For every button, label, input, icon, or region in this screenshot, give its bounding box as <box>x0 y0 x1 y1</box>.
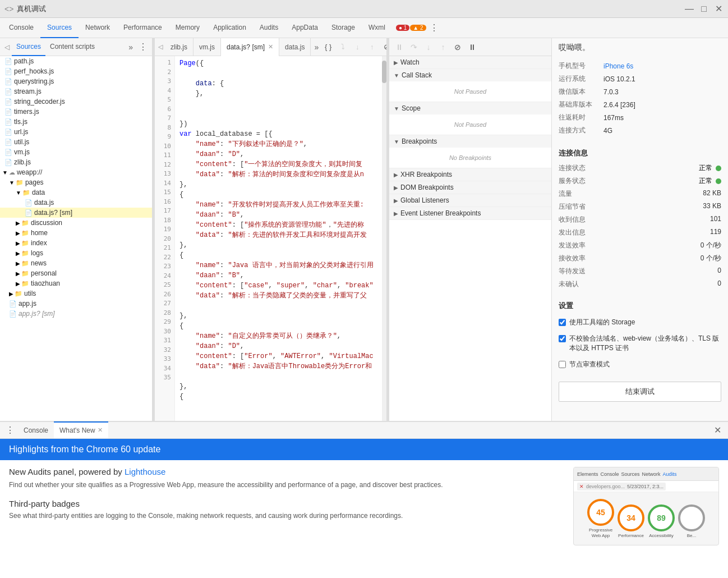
list-item[interactable]: ▶ 📁 home <box>0 228 152 238</box>
left-tab-sources[interactable]: Sources <box>12 38 45 56</box>
list-item[interactable]: 📄 timers.js <box>0 107 152 117</box>
compression-value: 33 KB <box>703 202 721 212</box>
device-model-value: iPhone 6s <box>603 59 721 72</box>
list-item[interactable]: 📄 path.js <box>0 56 152 66</box>
list-item[interactable]: ▶ 📁 personal <box>0 268 152 278</box>
chevron-down-icon: ▼ <box>2 169 8 176</box>
watch-header[interactable]: ▶ Watch <box>389 56 551 68</box>
deactivate-bp-btn[interactable]: ⊘ <box>451 40 464 54</box>
list-item[interactable]: 📄 zlib.js <box>0 157 152 167</box>
more-tabs-button[interactable]: ⋮ <box>426 22 442 33</box>
format-btn[interactable]: { } <box>322 41 334 53</box>
xhr-breakpoints-header[interactable]: ▶ XHR Breakpoints <box>389 168 551 181</box>
event-listener-breakpoints-header[interactable]: ▶ Event Listener Breakpoints <box>389 207 551 219</box>
warn-badge: ▲ 2 <box>410 25 426 31</box>
error-badge: ● 1 <box>396 25 409 31</box>
list-item[interactable]: 📄 tls.js <box>0 117 152 127</box>
breakpoints-header[interactable]: ▼ Breakpoints <box>389 135 551 148</box>
close-icon[interactable]: ✕ <box>98 426 103 434</box>
call-stack-header[interactable]: ▼ Call Stack <box>389 69 551 81</box>
list-item[interactable]: 📄 app.js? [sm] <box>0 309 152 319</box>
storage-checkbox[interactable] <box>559 319 566 326</box>
code-tab-datajs-sm[interactable]: data.js? [sm] ✕ <box>221 38 279 56</box>
recv-rate-label: 接收效率 <box>559 254 586 263</box>
node-audit-setting-label: 节点审查模式 <box>569 360 610 369</box>
dom-breakpoints-header[interactable]: ▶ DOM Breakpoints <box>389 181 551 194</box>
scope-header[interactable]: ▼ Scope <box>389 102 551 114</box>
code-tab-datajs[interactable]: data.js <box>279 38 311 56</box>
code-tab-bar: ◁ zlib.js vm.js data.js? [sm] ✕ data.js … <box>155 38 386 56</box>
list-item[interactable]: 📄 data.js <box>0 198 152 208</box>
tab-wxml[interactable]: Wxml <box>362 18 392 38</box>
list-item[interactable]: ▶ 📁 news <box>0 258 152 268</box>
left-tab-more[interactable]: » <box>125 43 136 52</box>
global-listeners-header[interactable]: ▶ Global Listeners <box>389 194 551 207</box>
code-tab-vmjs[interactable]: vm.js <box>193 38 221 56</box>
list-item[interactable]: 📄 vm.js <box>0 147 152 157</box>
send-rate-value: 0 个/秒 <box>701 241 721 250</box>
bottom-content: Highlights from the Chrome 60 update New… <box>0 439 728 578</box>
code-nav-back[interactable]: ◁ <box>156 43 165 51</box>
more-code-tabs[interactable]: » <box>311 43 322 52</box>
close-button[interactable]: ✕ <box>713 4 724 14</box>
pause-exceptions-btn[interactable]: ⏸ <box>466 40 479 54</box>
step-over-btn[interactable]: ⤵ <box>337 41 349 53</box>
node-audit-checkbox[interactable] <box>559 361 566 368</box>
end-debug-button[interactable]: 结束调试 <box>559 382 721 402</box>
bottom-tab-whats-new[interactable]: What's New ✕ <box>54 421 108 438</box>
left-panel-menu[interactable]: ⋮ <box>136 42 150 52</box>
step-out-btn[interactable]: ↑ <box>366 41 378 53</box>
pause-resume-btn[interactable]: ⏸ <box>393 40 406 54</box>
list-item[interactable]: ▼ ☁ weapp:// <box>0 167 152 177</box>
list-item[interactable]: 📄 string_decoder.js <box>0 97 152 107</box>
list-item[interactable]: 📄 stream.js <box>0 86 152 97</box>
close-bottom-panel-button[interactable]: ✕ <box>709 425 726 435</box>
list-item[interactable]: ▶ 📁 index <box>0 238 152 248</box>
list-item[interactable]: 📄 data.js? [sm] <box>0 208 152 218</box>
bottom-menu-btn[interactable]: ⋮ <box>2 425 18 435</box>
table-row: 接收效率 0 个/秒 <box>559 252 721 265</box>
domain-checkbox[interactable] <box>559 335 566 342</box>
table-row: 手机型号 iPhone 6s <box>559 59 721 72</box>
third-party-desc: See what third-party entities are loggin… <box>9 511 564 521</box>
list-item[interactable]: ▶ 📁 discussion <box>0 218 152 228</box>
file-icon: 📄 <box>4 68 12 75</box>
tab-audits[interactable]: Audits <box>253 18 285 38</box>
tab-appdata[interactable]: AppData <box>285 18 325 38</box>
folder-icon: 📁 <box>21 240 29 247</box>
tab-storage[interactable]: Storage <box>325 18 362 38</box>
tab-console[interactable]: Console <box>2 18 40 38</box>
traffic-label: 流量 <box>559 189 572 199</box>
folder-icon: 📁 <box>15 290 22 297</box>
audit-card-image: ElementsConsoleSourcesNetworkAudits ✕ de… <box>573 467 719 545</box>
table-row: 压缩节省 33 KB <box>559 200 721 213</box>
tab-memory[interactable]: Memory <box>169 18 206 38</box>
list-item[interactable]: 📄 util.js <box>0 137 152 147</box>
list-item[interactable]: 📄 querystring.js <box>0 76 152 86</box>
left-tab-content-scripts[interactable]: Content scripts <box>45 38 99 56</box>
list-item[interactable]: 📄 url.js <box>0 127 152 137</box>
tab-application[interactable]: Application <box>206 18 253 38</box>
tab-performance[interactable]: Performance <box>117 18 169 38</box>
step-out-debug-btn[interactable]: ↑ <box>436 40 450 54</box>
step-over-debug-btn[interactable]: ↷ <box>407 40 421 54</box>
list-item[interactable]: ▶ 📁 utils <box>0 288 152 299</box>
list-item[interactable]: 📄 app.js <box>0 299 152 309</box>
dom-breakpoints-section: ▶ DOM Breakpoints <box>389 181 551 194</box>
list-item[interactable]: ▶ 📁 tiaozhuan <box>0 278 152 288</box>
nav-back-icon[interactable]: ◁ <box>2 43 12 51</box>
code-tab-zlib[interactable]: zlib.js <box>165 38 193 56</box>
step-into-debug-btn[interactable]: ↓ <box>422 40 435 54</box>
bottom-tab-console[interactable]: Console <box>18 422 54 439</box>
list-item[interactable]: ▼ 📁 pages <box>0 177 152 187</box>
list-item[interactable]: 📄 perf_hooks.js <box>0 66 152 76</box>
minimize-button[interactable]: — <box>684 4 694 14</box>
list-item[interactable]: ▼ 📁 data <box>0 187 152 198</box>
close-icon[interactable]: ✕ <box>268 43 273 51</box>
list-item[interactable]: ▶ 📁 logs <box>0 248 152 258</box>
step-into-btn[interactable]: ↓ <box>351 41 363 53</box>
maximize-button[interactable]: □ <box>699 4 709 14</box>
tab-network[interactable]: Network <box>79 18 117 38</box>
no-breakpoints-text: No Breakpoints <box>394 150 547 166</box>
tab-sources[interactable]: Sources <box>40 18 79 38</box>
